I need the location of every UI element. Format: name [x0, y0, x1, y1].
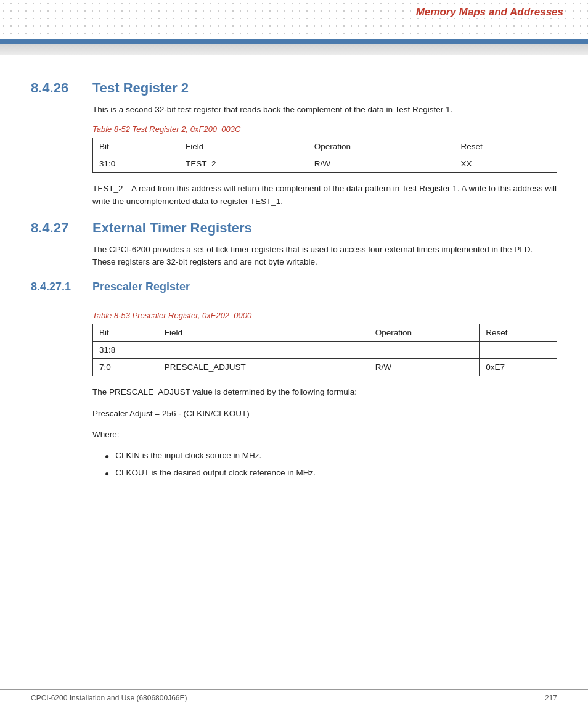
section-8426-number: 8.4.26: [31, 80, 80, 96]
table-8-53: Bit Field Operation Reset 31:8 7:0 PRESC…: [92, 324, 557, 376]
table-8-53-row2-field: PRESCALE_ADJUST: [158, 359, 369, 376]
table-8-53-row2-reset: 0xE7: [480, 359, 557, 376]
page-header: Memory Maps and Addresses: [0, 0, 588, 55]
table-8-53-row1-bit: 31:8: [93, 342, 158, 359]
table-8-53-row2-operation: R/W: [369, 359, 479, 376]
section-8426-heading: 8.4.26 Test Register 2: [31, 80, 557, 96]
list-item: CLKOUT is the desired output clock refer…: [105, 467, 557, 479]
table-8-52-row1-reset: XX: [454, 155, 557, 173]
bullet-2-text: CLKOUT is the desired output clock refer…: [115, 467, 316, 479]
section-8426-post-table: TEST_2—A read from this address will ret…: [92, 183, 557, 208]
table-8-52-col-operation: Operation: [308, 138, 454, 155]
header-blue-bar: [0, 39, 588, 44]
table-8-52-row1-operation: R/W: [308, 155, 454, 173]
table-8-52-row1-bit: 31:0: [93, 155, 179, 173]
prescale-formula: Prescaler Adjust = 256 - (CLKIN/CLKOUT): [92, 408, 557, 420]
table-row: 7:0 PRESCALE_ADJUST R/W 0xE7: [93, 359, 557, 376]
bullet-1-text: CLKIN is the input clock source in MHz.: [115, 449, 261, 462]
table-8-52-col-reset: Reset: [454, 138, 557, 155]
section-8426-body: This is a second 32-bit test register th…: [92, 104, 557, 116]
list-item: CLKIN is the input clock source in MHz.: [105, 449, 557, 462]
section-8426-title: Test Register 2: [92, 80, 189, 96]
subsection-84271-heading: 8.4.27.1 Prescaler Register: [31, 281, 557, 293]
page-footer: CPCI-6200 Installation and Use (6806800J…: [0, 689, 588, 706]
section-8427-title: External Timer Registers: [92, 220, 252, 236]
table-8-52-col-field: Field: [179, 138, 308, 155]
table-8-53-col-field: Field: [158, 324, 369, 342]
section-8427-heading: 8.4.27 External Timer Registers: [31, 220, 557, 236]
footer-left: CPCI-6200 Installation and Use (6806800J…: [31, 694, 187, 702]
bullet-list: CLKIN is the input clock source in MHz. …: [105, 449, 557, 480]
header-title: Memory Maps and Addresses: [416, 6, 563, 18]
footer-right: 217: [545, 694, 557, 702]
table-8-53-row1-reset: [480, 342, 557, 359]
table-8-53-row1-operation: [369, 342, 479, 359]
table-8-53-row1-field: [158, 342, 369, 359]
prescale-post-table: The PRESCALE_ADJUST value is determined …: [92, 386, 557, 398]
table-8-52-col-bit: Bit: [93, 138, 179, 155]
table-8-53-col-bit: Bit: [93, 324, 158, 342]
table-8-53-col-reset: Reset: [480, 324, 557, 342]
table-row: 31:8: [93, 342, 557, 359]
section-8427-number: 8.4.27: [31, 220, 80, 236]
main-content: 8.4.26 Test Register 2 This is a second …: [0, 55, 588, 511]
table-8-53-col-operation: Operation: [369, 324, 479, 342]
table-8-52: Bit Field Operation Reset 31:0 TEST_2 R/…: [92, 138, 557, 173]
section-8427-body: The CPCI-6200 provides a set of tick tim…: [92, 244, 557, 269]
table-8-53-caption: Table 8-53 Prescaler Register, 0xE202_00…: [92, 311, 557, 320]
table-8-52-row1-field: TEST_2: [179, 155, 308, 173]
table-8-52-caption: Table 8-52 Test Register 2, 0xF200_003C: [92, 125, 557, 134]
header-dots-pattern: [0, 0, 588, 37]
subsection-84271-number: 8.4.27.1: [31, 281, 80, 293]
header-gray-bar: [0, 44, 588, 55]
subsection-84271-title: Prescaler Register: [92, 281, 190, 293]
where-label: Where:: [92, 429, 557, 441]
table-row: 31:0 TEST_2 R/W XX: [93, 155, 557, 173]
table-8-53-row2-bit: 7:0: [93, 359, 158, 376]
